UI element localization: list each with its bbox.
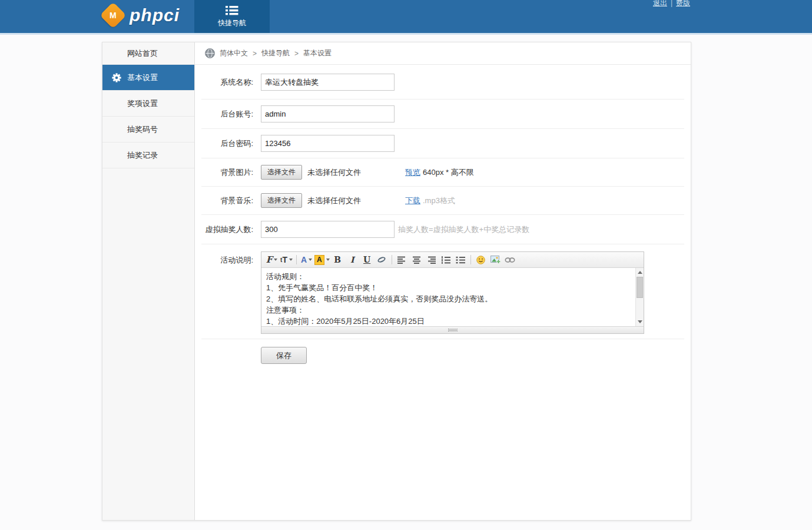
triangle-down-icon — [638, 320, 642, 323]
save-row: 保存 — [201, 339, 684, 364]
editor-line: 2、填写的姓名、电话和联系地址必须真实，否则奖品没办法寄送。 — [266, 293, 631, 304]
align-left-button[interactable] — [395, 253, 409, 266]
underline-button[interactable]: U — [360, 253, 374, 266]
form-row-virtual-players: 虚拟抽奖人数: 抽奖人数=虚拟抽奖人数+中奖总记录数 — [201, 215, 684, 244]
breadcrumb-separator: > — [294, 49, 299, 58]
font-family-glyph: F — [266, 254, 273, 265]
chevron-down-icon — [289, 259, 293, 261]
toolbar-separator — [470, 255, 471, 264]
sidebar-item-basic-settings[interactable]: 基本设置 — [102, 65, 194, 91]
unordered-list-button[interactable] — [454, 253, 468, 266]
align-right-button[interactable] — [425, 253, 438, 266]
bold-button[interactable]: B — [331, 253, 344, 266]
sidebar: 网站首页 基本设置 奖项设置 抽奖码号 抽奖记录 — [102, 42, 195, 520]
content-panel: 网站首页 基本设置 奖项设置 抽奖码号 抽奖记录 — [102, 42, 691, 521]
sidebar-item-home[interactable]: 网站首页 — [102, 42, 194, 65]
bg-image-choose-file-button[interactable]: 选择文件 — [261, 165, 302, 180]
download-link[interactable]: 下载 — [405, 196, 420, 206]
sidebar-item-lottery-codes[interactable]: 抽奖码号 — [102, 117, 194, 143]
scrollbar-thumb[interactable] — [637, 277, 643, 298]
logo-mark-letter: M — [110, 11, 117, 20]
admin-password-label: 后台密码: — [201, 138, 253, 149]
sidebar-item-prize-settings[interactable]: 奖项设置 — [102, 91, 194, 117]
chevron-down-icon — [274, 259, 277, 261]
align-center-button[interactable] — [410, 253, 423, 266]
triangle-up-icon — [638, 271, 642, 274]
sidebar-item-label: 抽奖记录 — [127, 151, 158, 160]
logout-link[interactable]: 退出 — [653, 0, 667, 7]
chevron-down-icon — [326, 259, 330, 261]
scroll-down-arrow[interactable] — [636, 318, 644, 326]
bg-music-label: 背景音乐: — [201, 196, 253, 206]
system-name-input[interactable] — [261, 74, 395, 91]
insert-link-button[interactable] — [503, 253, 517, 266]
form-row-bg-music: 背景音乐: 选择文件 未选择任何文件 下载 .mp3格式 — [201, 187, 684, 215]
breadcrumb-quick-nav: 快捷导航 — [261, 48, 290, 58]
sidebar-item-label: 奖项设置 — [127, 99, 158, 108]
remove-format-button[interactable] — [375, 253, 389, 266]
main-area: 简体中文 > 快捷导航 > 基本设置 系统名称: 后台账号: 后台密码: 背景图… — [195, 42, 691, 520]
scroll-up-arrow[interactable] — [636, 269, 644, 276]
globe-icon — [205, 48, 215, 58]
bg-music-choose-file-button[interactable]: 选择文件 — [261, 193, 302, 208]
font-size-button[interactable]: tT — [280, 253, 293, 266]
form-row-bg-image: 背景图片: 选择文件 未选择任何文件 预览 640px * 高不限 — [201, 158, 684, 187]
bg-music-hint: 下载 .mp3格式 — [405, 196, 455, 206]
unordered-list-icon — [456, 256, 465, 264]
virtual-players-label: 虚拟抽奖人数: — [201, 224, 253, 235]
editor-content-area[interactable]: 活动规则： 1、凭手气赢奖品！百分百中奖！ 2、填写的姓名、电话和联系地址必须真… — [261, 268, 644, 326]
admin-account-label: 后台账号: — [201, 109, 253, 120]
breadcrumb-separator: > — [253, 49, 257, 58]
editor-text[interactable]: 活动规则： 1、凭手气赢奖品！百分百中奖！ 2、填写的姓名、电话和联系地址必须真… — [261, 268, 644, 326]
version-link[interactable]: 费版 — [676, 0, 690, 7]
app-logo[interactable]: M phpci — [104, 5, 180, 25]
admin-account-input[interactable] — [261, 105, 395, 122]
insert-image-button[interactable] — [489, 253, 502, 266]
bg-image-size-hint: 640px * 高不限 — [423, 167, 474, 178]
ordered-list-icon — [441, 256, 450, 264]
header-links: 退出|费版 — [653, 0, 690, 8]
list-icon — [226, 5, 238, 16]
chevron-down-icon — [309, 259, 312, 261]
sidebar-item-label: 抽奖码号 — [127, 125, 158, 134]
breadcrumb: 简体中文 > 快捷导航 > 基本设置 — [195, 42, 691, 65]
admin-password-input[interactable] — [261, 135, 395, 152]
text-color-button[interactable]: A — [300, 253, 313, 266]
toolbar-separator — [296, 255, 297, 264]
bg-image-label: 背景图片: — [201, 167, 253, 178]
gear-icon — [112, 73, 121, 82]
editor-scrollbar[interactable] — [635, 268, 644, 326]
smiley-icon — [476, 256, 485, 264]
highlight-color-button[interactable]: A — [314, 253, 330, 266]
editor-line: 1、活动时间：2020年5月25日-2020年6月25日 — [266, 316, 631, 326]
resize-grip-icon — [448, 329, 458, 332]
form-row-system-name: 系统名称: — [201, 65, 684, 100]
virtual-players-hint: 抽奖人数=虚拟抽奖人数+中奖总记录数 — [398, 224, 529, 235]
emoticon-button[interactable] — [474, 253, 488, 266]
nav-tab-quick-navigation[interactable]: 快捷导航 — [194, 0, 270, 33]
toolbar-separator — [392, 255, 392, 264]
editor-resize-handle[interactable] — [261, 326, 644, 333]
editor-line: 活动规则： — [266, 271, 631, 282]
eraser-icon — [377, 256, 386, 263]
bg-music-format-hint: .mp3格式 — [423, 196, 455, 206]
align-center-icon — [412, 256, 421, 264]
sidebar-item-lottery-records[interactable]: 抽奖记录 — [102, 143, 194, 168]
ordered-list-button[interactable] — [439, 253, 453, 266]
settings-form: 系统名称: 后台账号: 后台密码: 背景图片: 选择文件 未选择任何文件 预览 … — [195, 65, 691, 364]
system-name-label: 系统名称: — [201, 77, 253, 88]
image-icon — [490, 256, 501, 264]
italic-button[interactable]: I — [346, 253, 359, 266]
editor-toolbar: F tT A A B I U — [261, 252, 644, 268]
font-family-button[interactable]: F — [265, 253, 279, 266]
bg-image-file-status: 未选择任何文件 — [307, 167, 361, 178]
editor-line: 注意事项： — [266, 304, 631, 316]
breadcrumb-language: 简体中文 — [220, 48, 248, 58]
preview-link[interactable]: 预览 — [405, 167, 420, 178]
virtual-players-input[interactable] — [261, 221, 395, 238]
sidebar-item-label: 基本设置 — [127, 73, 158, 82]
links-divider: | — [671, 0, 672, 7]
save-button[interactable]: 保存 — [261, 347, 307, 364]
text-color-glyph: A — [301, 255, 307, 264]
logo-text: phpci — [130, 5, 180, 25]
